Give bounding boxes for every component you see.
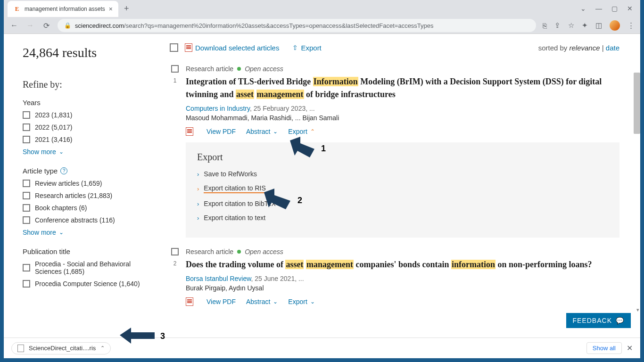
export-toggle[interactable]: Export⌄ <box>288 298 314 305</box>
help-icon[interactable]: ? <box>60 167 67 174</box>
sidebar: 24,864 results Refine by: Years 2023 (1,… <box>4 34 164 337</box>
select-all-checkbox[interactable] <box>170 43 178 52</box>
close-icon[interactable]: ✕ <box>627 344 633 353</box>
export-refworks[interactable]: ›Save to RefWorks <box>197 170 608 178</box>
translate-icon[interactable]: ⎘ <box>543 22 547 30</box>
browser-tab[interactable]: E management information assets × <box>8 1 118 17</box>
facet-review-articles[interactable]: Review articles (1,659) <box>23 180 155 187</box>
view-pdf-link[interactable]: View PDF <box>206 298 236 305</box>
scrollbar-down-icon[interactable]: ▾ <box>636 307 639 313</box>
close-icon[interactable]: × <box>109 5 113 13</box>
result-1: 1 Research article Open access Integrati… <box>170 65 619 238</box>
facet-book-chapters[interactable]: Book chapters (6) <box>23 204 155 212</box>
chevron-down-icon: ⌄ <box>273 298 278 305</box>
download-selected-link[interactable]: Download selected articles <box>195 44 279 52</box>
close-window-icon[interactable]: ✕ <box>627 5 633 12</box>
extensions-icon[interactable]: ✦ <box>582 21 588 30</box>
result-title[interactable]: Integration of TLS-derived Bridge Inform… <box>186 75 619 101</box>
open-access-icon <box>237 250 241 254</box>
tab-title: management information assets <box>25 6 105 12</box>
show-more-years[interactable]: Show more⌄ <box>23 148 155 156</box>
export-bibtex[interactable]: ›Export citation to BibTeX <box>197 200 608 207</box>
sort-control[interactable]: sorted by relevance | date <box>538 44 619 52</box>
reload-button[interactable]: ⟳ <box>41 21 51 30</box>
facet-year-2021[interactable]: 2021 (3,416) <box>23 136 155 143</box>
chevron-right-icon: › <box>197 185 199 192</box>
result-actions: View PDF Abstract⌄ Export⌃ <box>186 127 619 136</box>
chevron-right-icon: › <box>197 171 199 178</box>
export-icon: ⇧ <box>292 44 298 51</box>
facet-research-articles[interactable]: Research articles (21,883) <box>23 192 155 199</box>
result-actions: View PDF Abstract⌄ Export⌄ <box>186 297 619 306</box>
feedback-button[interactable]: FEEDBACK 💬 <box>566 313 631 328</box>
result-checkbox[interactable] <box>171 248 179 255</box>
checkbox-icon[interactable] <box>23 216 30 224</box>
download-filename: ScienceDirect_citati....ris <box>29 345 96 352</box>
pdf-icon <box>186 297 193 306</box>
facet-procedia-cs[interactable]: Procedia Computer Science (1,640) <box>23 280 155 288</box>
show-all-downloads[interactable]: Show all <box>586 342 622 354</box>
chevron-right-icon: › <box>197 214 199 222</box>
facet-year-2022[interactable]: 2022 (5,017) <box>23 123 155 131</box>
favicon-icon: E <box>13 5 21 13</box>
journal-link[interactable]: Borsa Istanbul Review <box>186 275 251 282</box>
maximize-icon[interactable]: ▢ <box>611 5 618 12</box>
avatar[interactable] <box>610 20 620 31</box>
export-text[interactable]: ›Export citation to text <box>197 214 608 222</box>
facet-pubtitle-title: Publication title <box>23 247 155 255</box>
star-icon[interactable]: ☆ <box>568 21 574 30</box>
chevron-down-icon: ⌄ <box>273 128 278 135</box>
export-panel: Export ›Save to RefWorks ›Export citatio… <box>186 142 619 238</box>
share-icon[interactable]: ⇪ <box>554 21 561 30</box>
download-bar: ScienceDirect_citati....ris ⌃ Show all ✕ <box>4 337 640 358</box>
url-text: sciencedirect.com/search?qs=management%2… <box>75 22 434 29</box>
checkbox-icon[interactable] <box>23 111 30 119</box>
checkbox-icon[interactable] <box>23 180 30 187</box>
result-checkbox[interactable] <box>171 65 179 73</box>
facet-years-title: Years <box>23 99 155 107</box>
export-toggle[interactable]: Export⌃ <box>288 128 314 135</box>
abstract-toggle[interactable]: Abstract⌄ <box>246 298 278 305</box>
view-pdf-link[interactable]: View PDF <box>206 128 236 135</box>
result-authors: Burak Pirgaip, Aydın Uysal <box>186 284 619 292</box>
chevron-down-icon: ⌄ <box>59 148 64 155</box>
file-icon <box>17 345 24 352</box>
page-content: 24,864 results Refine by: Years 2023 (1,… <box>4 34 640 337</box>
minimize-icon[interactable]: — <box>595 5 602 12</box>
checkbox-icon[interactable] <box>23 123 30 131</box>
checkbox-icon[interactable] <box>23 264 30 272</box>
checkbox-icon[interactable] <box>23 204 30 212</box>
window-controls: ⌄ — ▢ ✕ <box>580 5 640 12</box>
forward-button[interactable]: → <box>25 21 35 30</box>
journal-link[interactable]: Computers in Industry <box>186 105 250 112</box>
address-bar: ← → ⟳ 🔒 sciencedirect.com/search?qs=mana… <box>4 17 640 34</box>
chevron-down-icon[interactable]: ⌄ <box>580 5 586 12</box>
chevron-right-icon: › <box>197 200 199 207</box>
new-tab-button[interactable]: + <box>118 4 135 14</box>
sidepanel-icon[interactable]: ◫ <box>595 21 602 30</box>
url-input[interactable]: 🔒 sciencedirect.com/search?qs=management… <box>58 19 536 32</box>
export-ris[interactable]: ›Export citation to RIS <box>197 184 608 193</box>
result-title[interactable]: Does the trading volume of asset managem… <box>186 258 619 271</box>
checkbox-icon[interactable] <box>23 192 30 199</box>
facet-conference-abstracts[interactable]: Conference abstracts (116) <box>23 216 155 224</box>
result-type: Research article Open access <box>186 65 619 73</box>
checkbox-icon[interactable] <box>23 136 30 143</box>
facet-year-2023[interactable]: 2023 (1,831) <box>23 111 155 119</box>
chrome-toolbar-icons: ⎘ ⇪ ☆ ✦ ◫ ⋮ <box>543 20 635 31</box>
tab-bar: E management information assets × + ⌄ — … <box>4 0 640 17</box>
abstract-toggle[interactable]: Abstract⌄ <box>246 128 278 135</box>
browser-chrome: E management information assets × + ⌄ — … <box>4 0 640 34</box>
export-all-link[interactable]: ⇧Export <box>292 44 321 52</box>
result-type: Research article Open access <box>186 248 619 255</box>
facet-procedia-social[interactable]: Procedia - Social and Behavioral Science… <box>23 260 155 275</box>
show-more-article-type[interactable]: Show more⌄ <box>23 229 155 236</box>
back-button[interactable]: ← <box>9 21 19 30</box>
facet-article-type-title: Article type? <box>23 167 155 175</box>
checkbox-icon[interactable] <box>23 280 30 288</box>
pdf-icon <box>185 43 192 52</box>
chevron-up-icon[interactable]: ⌃ <box>100 345 105 351</box>
menu-icon[interactable]: ⋮ <box>627 21 635 30</box>
result-number: 1 <box>173 77 177 84</box>
download-item[interactable]: ScienceDirect_citati....ris ⌃ <box>11 342 111 354</box>
